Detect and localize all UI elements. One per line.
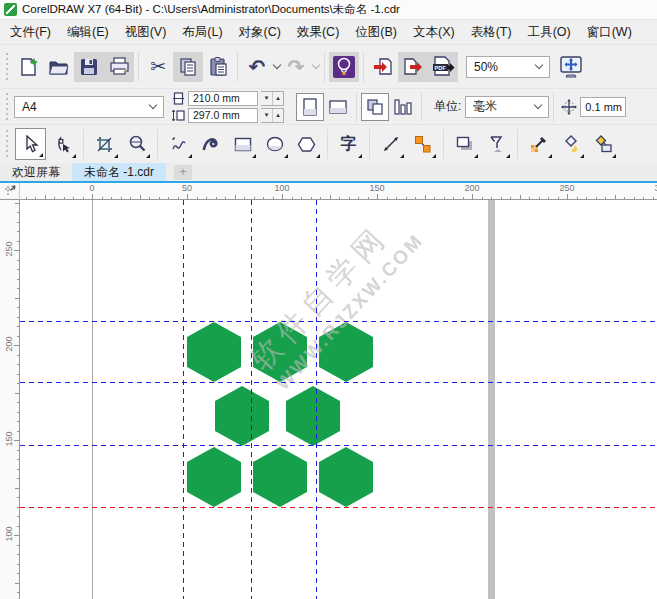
paste-button[interactable]	[203, 52, 233, 82]
redo-dropdown-button[interactable]	[311, 52, 320, 82]
horizontal-ruler[interactable]: 050100150200250300	[20, 183, 657, 200]
import-button[interactable]	[368, 52, 398, 82]
nudge-distance-field[interactable]: 0.1 mm	[580, 97, 626, 117]
publish-pdf-button[interactable]: PDF	[428, 52, 458, 82]
tab-welcome-screen[interactable]: 欢迎屏幕	[0, 163, 72, 181]
menu-item-10[interactable]: 窗口(W)	[579, 20, 640, 44]
menu-item-8[interactable]: 表格(T)	[463, 20, 520, 44]
menu-item-7[interactable]: 文本(X)	[405, 20, 463, 44]
page-width-spinner[interactable]: ▾ ▴	[261, 91, 284, 106]
application-launcher-button[interactable]	[329, 52, 359, 82]
guideline-vertical[interactable]	[183, 200, 184, 599]
interactive-fill-tool[interactable]	[555, 128, 586, 160]
hexagon-shape[interactable]	[319, 447, 373, 507]
redo-button[interactable]: ↷	[281, 52, 311, 82]
shape-tool[interactable]	[47, 128, 78, 160]
hexagon-shape[interactable]	[187, 322, 241, 382]
menu-item-5[interactable]: 效果(C)	[289, 20, 347, 44]
cut-button[interactable]: ✂	[143, 52, 173, 82]
smart-fill-tool[interactable]	[587, 128, 618, 160]
page-size-combobox[interactable]: A4	[14, 96, 164, 118]
spinner-down-icon[interactable]: ▾	[261, 92, 272, 105]
menu-item-2[interactable]: 视图(V)	[117, 20, 175, 44]
ruler-tick	[197, 197, 198, 199]
flyout-indicator	[316, 154, 320, 158]
guideline-horizontal[interactable]	[20, 321, 657, 322]
zoom-tool[interactable]	[121, 128, 152, 160]
drawing-canvas[interactable]: 软件自学网WWW.RJZXW.COM	[20, 200, 657, 599]
export-button[interactable]	[398, 52, 428, 82]
menu-item-6[interactable]: 位图(B)	[347, 20, 405, 44]
color-eyedropper-tool[interactable]	[523, 128, 554, 160]
ruler-tick	[273, 197, 274, 199]
connector-tool[interactable]	[407, 128, 438, 160]
print-button[interactable]	[104, 52, 134, 82]
rectangle-tool[interactable]	[227, 128, 258, 160]
pick-tool[interactable]	[15, 128, 46, 160]
artistic-media-tool[interactable]	[195, 128, 226, 160]
new-tab-button[interactable]: +	[174, 165, 192, 180]
vertical-ruler[interactable]: 250200150100	[0, 200, 20, 599]
portrait-orientation-button[interactable]	[296, 93, 324, 121]
page-height-field[interactable]: 297.0 mm	[188, 108, 258, 123]
hexagon-shape[interactable]	[215, 386, 269, 446]
guideline-vertical[interactable]	[251, 200, 252, 599]
undo-button[interactable]: ↶	[242, 52, 272, 82]
ruler-tick	[206, 197, 207, 199]
dimension-tool[interactable]	[375, 128, 406, 160]
page-width-field[interactable]: 210.0 mm	[188, 91, 258, 106]
menu-item-0[interactable]: 文件(F)	[2, 20, 59, 44]
ruler-tick	[15, 203, 19, 204]
guideline-vertical[interactable]	[316, 200, 317, 599]
spinner-up-icon[interactable]: ▴	[272, 109, 283, 122]
page-height-spinner[interactable]: ▾ ▴	[261, 108, 284, 123]
hexagon-shape[interactable]	[253, 322, 307, 382]
spinner-down-icon[interactable]: ▾	[261, 109, 272, 122]
transparency-tool[interactable]	[481, 128, 512, 160]
hexagon-shape[interactable]	[187, 447, 241, 507]
chevron-down-icon	[535, 61, 543, 69]
spinner-up-icon[interactable]: ▴	[272, 92, 283, 105]
menu-item-1[interactable]: 编辑(E)	[59, 20, 117, 44]
hexagon-shape[interactable]	[286, 386, 340, 446]
guideline-horizontal[interactable]	[20, 445, 657, 446]
landscape-orientation-button[interactable]	[324, 93, 352, 121]
chevron-down-icon	[272, 61, 280, 69]
freehand-tool[interactable]	[163, 128, 194, 160]
save-button[interactable]	[74, 52, 104, 82]
ellipse-tool[interactable]	[259, 128, 290, 160]
undo-dropdown-button[interactable]	[272, 52, 281, 82]
toolbar-drag-handle[interactable]	[4, 93, 11, 121]
page-height-icon	[172, 109, 185, 122]
menu-item-4[interactable]: 对象(C)	[231, 20, 289, 44]
all-pages-button[interactable]	[361, 93, 389, 121]
copy-button[interactable]	[173, 52, 203, 82]
drop-shadow-tool[interactable]	[449, 128, 480, 160]
toolbar-drag-handle[interactable]	[4, 130, 11, 158]
menu-item-3[interactable]: 布局(L)	[174, 20, 230, 44]
hexagon-shape[interactable]	[253, 447, 307, 507]
tab-document[interactable]: 未命名 -1.cdr	[72, 163, 166, 181]
flyout-indicator	[506, 154, 510, 158]
polygon-tool[interactable]	[291, 128, 322, 160]
new-document-button[interactable]	[14, 52, 44, 82]
menu-item-9[interactable]: 工具(O)	[520, 20, 579, 44]
zoom-level-combobox[interactable]: 50%	[466, 56, 550, 78]
open-button[interactable]	[44, 52, 74, 82]
hexagon-shape[interactable]	[319, 322, 373, 382]
crop-tool[interactable]	[89, 128, 120, 160]
ruler-origin-corner[interactable]	[0, 183, 20, 200]
text-tool[interactable]: 字	[333, 128, 364, 160]
flyout-indicator	[358, 154, 362, 158]
ruler-tick	[15, 393, 19, 394]
guideline-horizontal-red[interactable]	[20, 507, 657, 508]
ruler-label: 100	[4, 519, 14, 549]
guideline-horizontal[interactable]	[20, 382, 657, 383]
toolbar-drag-handle[interactable]	[4, 53, 11, 81]
ruler-tick	[121, 197, 122, 199]
ruler-tick	[92, 194, 93, 199]
units-combobox[interactable]: 毫米	[465, 96, 549, 118]
page-layers-icon	[394, 99, 412, 115]
current-page-button[interactable]	[389, 93, 417, 121]
full-screen-preview-button[interactable]	[556, 52, 586, 82]
